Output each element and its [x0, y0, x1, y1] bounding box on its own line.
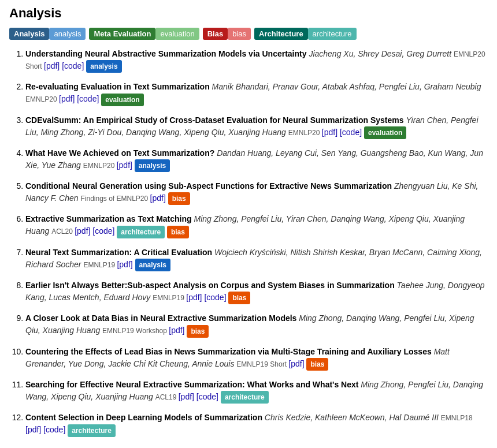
list-item: CDEvalSumm: An Empirical Study of Cross-…: [25, 114, 488, 139]
paper-venue: EMNLP19 Short: [236, 360, 288, 368]
badge-bias: bias: [167, 226, 189, 238]
code-link[interactable]: [code]: [43, 425, 65, 434]
pdf-link[interactable]: [pdf]: [179, 392, 194, 401]
filter-group-1[interactable]: Meta Evaluationevaluation: [89, 28, 199, 40]
pdf-link[interactable]: [pdf]: [117, 160, 132, 170]
badge-architecture: architecture: [221, 391, 269, 404]
paper-venue: EMNLP19: [83, 261, 117, 269]
code-link[interactable]: [code]: [92, 226, 114, 236]
badge-architecture: architecture: [117, 226, 165, 238]
pdf-link[interactable]: [pdf]: [169, 326, 184, 335]
filter-group-0[interactable]: Analysisanalysis: [9, 28, 86, 40]
paper-title: Understanding Neural Abstractive Summari…: [25, 49, 309, 58]
paper-venue: EMNLP19: [153, 294, 186, 302]
paper-venue: ACL20: [51, 227, 75, 236]
paper-title: What Have We Achieved on Text Summarizat…: [25, 148, 217, 158]
paper-venue: Findings of EMNLP20: [80, 195, 150, 203]
paper-title: Countering the Effects of Lead Bias in N…: [25, 347, 434, 356]
filter-light-label-0[interactable]: analysis: [49, 28, 86, 40]
paper-title: A Closer Look at Data Bias in Neural Ext…: [25, 313, 299, 323]
filter-dark-label-3[interactable]: Architecture: [254, 28, 308, 40]
code-link[interactable]: [code]: [204, 293, 226, 302]
pdf-link[interactable]: [pdf]: [59, 94, 75, 103]
pdf-link[interactable]: [pdf]: [186, 293, 202, 302]
paper-venue: EMNLP20: [83, 162, 117, 170]
paper-title: Neural Text Summarization: A Critical Ev…: [25, 248, 214, 257]
filter-light-label-3[interactable]: architecture: [308, 28, 357, 40]
paper-venue: EMNLP20: [25, 95, 59, 103]
filter-light-label-1[interactable]: evaluation: [155, 28, 199, 40]
code-link[interactable]: [code]: [340, 128, 362, 137]
pdf-link[interactable]: [pdf]: [150, 193, 166, 203]
paper-title: Extractive Summarization as Text Matchin…: [25, 214, 194, 223]
code-link[interactable]: [code]: [77, 94, 99, 103]
badge-evaluation: evaluation: [364, 126, 406, 139]
pdf-link[interactable]: [pdf]: [44, 61, 60, 70]
list-item: Earlier Isn't Always Better:Sub-aspect A…: [25, 279, 488, 304]
list-item: Content Selection in Deep Learning Model…: [25, 412, 488, 436]
paper-title: Searching for Effective Neural Extractiv…: [25, 380, 361, 389]
page-title: Analysis: [9, 6, 488, 21]
pdf-link[interactable]: [pdf]: [25, 425, 41, 434]
paper-list: Understanding Neural Abstractive Summari…: [9, 48, 488, 437]
paper-title: CDEvalSumm: An Empirical Study of Cross-…: [25, 115, 406, 125]
filter-group-2[interactable]: Biasbias: [203, 28, 251, 40]
badge-bias: bias: [168, 192, 190, 205]
paper-authors: Chris Kedzie, Kathleen McKeown, Hal Daum…: [265, 413, 441, 422]
list-item: Extractive Summarization as Text Matchin…: [25, 213, 488, 238]
paper-venue: EMNLP20: [288, 129, 322, 137]
badge-bias: bias: [187, 325, 209, 338]
paper-title: Earlier Isn't Always Better:Sub-aspect A…: [25, 281, 397, 290]
paper-title: Conditional Neural Generation using Sub-…: [25, 181, 394, 191]
list-item: Countering the Effects of Lead Bias in N…: [25, 346, 488, 371]
badge-architecture: architecture: [68, 424, 116, 437]
pdf-link[interactable]: [pdf]: [117, 260, 132, 269]
badge-analysis: analysis: [86, 60, 121, 73]
list-item: A Closer Look at Data Bias in Neural Ext…: [25, 312, 488, 337]
paper-venue: EMNLP19 Workshop: [102, 327, 169, 335]
filter-dark-label-0[interactable]: Analysis: [9, 28, 49, 40]
paper-title: Re-evaluating Evaluation in Text Summari…: [25, 82, 212, 91]
pdf-link[interactable]: [pdf]: [322, 128, 337, 137]
filter-dark-label-2[interactable]: Bias: [203, 28, 228, 40]
code-link[interactable]: [code]: [62, 61, 84, 70]
paper-title: Content Selection in Deep Learning Model…: [25, 413, 265, 422]
list-item: Understanding Neural Abstractive Summari…: [25, 48, 488, 73]
paper-venue: ACL19: [155, 393, 179, 401]
pdf-link[interactable]: [pdf]: [288, 359, 304, 368]
paper-venue: EMNLP18: [441, 414, 473, 422]
badge-analysis: analysis: [135, 159, 170, 172]
list-item: Conditional Neural Generation using Sub-…: [25, 180, 488, 205]
pdf-link[interactable]: [pdf]: [75, 226, 90, 236]
list-item: Neural Text Summarization: A Critical Ev…: [25, 247, 488, 271]
badge-analysis: analysis: [135, 259, 170, 271]
list-item: What Have We Achieved on Text Summarizat…: [25, 147, 488, 172]
list-item: Searching for Effective Neural Extractiv…: [25, 379, 488, 404]
filter-dark-label-1[interactable]: Meta Evaluation: [89, 28, 155, 40]
badge-evaluation: evaluation: [101, 94, 143, 106]
filter-light-label-2[interactable]: bias: [228, 28, 251, 40]
filter-group-3[interactable]: Architecturearchitecture: [254, 28, 357, 40]
badge-bias: bias: [306, 358, 328, 371]
list-item: Re-evaluating Evaluation in Text Summari…: [25, 81, 488, 106]
paper-authors: Manik Bhandari, Pranav Gour, Atabak Ashf…: [212, 82, 481, 91]
badge-bias: bias: [228, 292, 250, 304]
code-link[interactable]: [code]: [196, 392, 218, 401]
filter-bar: AnalysisanalysisMeta Evaluationevaluatio…: [9, 28, 488, 40]
paper-authors: Jiacheng Xu, Shrey Desai, Greg Durrett: [309, 49, 454, 58]
